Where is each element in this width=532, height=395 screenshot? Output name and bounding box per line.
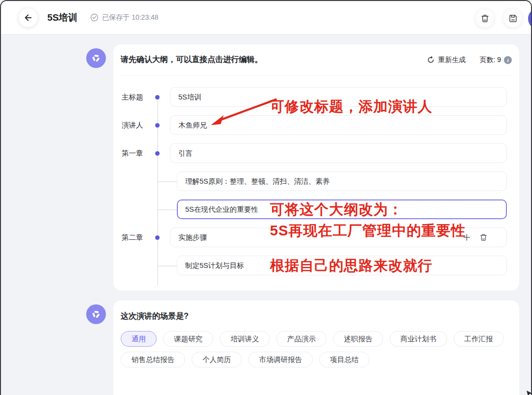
scene-option-work-report[interactable]: 述职报告	[333, 331, 383, 347]
scene-option-product-demo[interactable]: 产品演示	[276, 331, 327, 347]
back-button[interactable]	[19, 8, 37, 27]
scene-option-general[interactable]: 通用	[121, 331, 157, 347]
page-count: 页数: 9 i	[479, 56, 512, 65]
speaker-input[interactable]	[170, 115, 507, 135]
scene-option-job-report[interactable]: 工作汇报	[454, 331, 504, 347]
trash-icon	[480, 14, 490, 23]
outline-row-chapter1: 第一章	[122, 143, 507, 163]
chapter1-title-input[interactable]	[170, 143, 507, 163]
row-label: 第一章	[122, 149, 155, 158]
chapter2-title-input[interactable]	[170, 228, 507, 247]
save-status-text: 已保存于 10:23:48	[102, 13, 158, 22]
outline-row-main-title: 主标题	[122, 87, 507, 107]
outline-card: 请先确认大纲，可以直接点击进行编辑。 重新生成 页数: 9 i	[113, 44, 519, 291]
regenerate-button[interactable]: 重新生成	[427, 56, 466, 65]
user-avatar[interactable]	[528, 8, 532, 30]
main-content: 请先确认大纲，可以直接点击进行编辑。 重新生成 页数: 9 i	[1, 34, 531, 395]
scene-option-market-research[interactable]: 市场调研报告	[248, 352, 313, 367]
add-row-button[interactable]	[463, 233, 471, 242]
plus-icon	[463, 233, 471, 242]
scene-card: 这次演讲的场景是? 通用 课题研究 培训讲义 产品演示 述职报告 商业计划书 工…	[113, 300, 519, 395]
bullet-dot-icon	[155, 95, 160, 99]
trash-icon	[479, 233, 488, 242]
scene-option-project-summary[interactable]: 项目总结	[319, 352, 369, 367]
outline-instruction: 请先确认大纲，可以直接点击进行编辑。	[121, 55, 263, 65]
chapter1-sub2-input[interactable]	[177, 199, 507, 219]
check-circle-icon	[90, 13, 99, 22]
topbar: 5S培训 已保存于 10:23:48	[1, 1, 531, 34]
outline-row-chapter2-sub1	[122, 256, 507, 275]
scene-option-business-plan[interactable]: 商业计划书	[390, 331, 447, 347]
bullet-dot-icon	[155, 235, 160, 240]
bullet-dot-icon	[155, 151, 160, 156]
scene-option-sales-summary[interactable]: 销售总结报告	[121, 352, 185, 367]
regenerate-label: 重新生成	[438, 56, 466, 65]
row-label: 第二章	[122, 233, 155, 242]
save-document-button[interactable]	[503, 9, 522, 28]
refresh-icon	[427, 56, 434, 64]
outline-row-chapter1-sub2	[122, 199, 507, 219]
chapter1-sub1-input[interactable]	[177, 171, 507, 191]
scene-option-research[interactable]: 课题研究	[163, 331, 213, 347]
scene-option-resume[interactable]: 个人简历	[192, 352, 242, 367]
row-label: 演讲人	[122, 121, 155, 130]
main-title-input[interactable]	[170, 87, 507, 107]
outline-row-speaker: 演讲人	[122, 115, 507, 135]
chapter2-sub1-input[interactable]	[177, 256, 507, 275]
scene-options: 通用 课题研究 培训讲义 产品演示 述职报告 商业计划书 工作汇报 销售总结报告…	[121, 331, 507, 367]
outline-row-chapter1-sub1	[122, 171, 507, 191]
bot-logo-icon	[86, 48, 106, 68]
row-label: 主标题	[122, 93, 155, 102]
scene-option-training[interactable]: 培训讲义	[220, 331, 270, 347]
save-status: 已保存于 10:23:48	[90, 13, 158, 22]
outline-row-chapter2: 第二章	[122, 228, 507, 247]
arrow-left-icon	[23, 13, 33, 23]
document-title: 5S培训	[47, 11, 77, 24]
page-count-label: 页数: 9	[479, 56, 501, 65]
mouse-cursor	[526, 391, 532, 395]
floppy-disk-icon	[508, 14, 518, 23]
outline-rows: 主标题 演讲人 第一章	[113, 76, 519, 275]
outline-card-header: 请先确认大纲，可以直接点击进行编辑。 重新生成 页数: 9 i	[121, 44, 512, 76]
info-icon[interactable]: i	[504, 56, 512, 64]
scene-question: 这次演讲的场景是?	[121, 311, 507, 322]
app-window: 5S培训 已保存于 10:23:48	[0, 0, 532, 395]
delete-document-button[interactable]	[475, 9, 494, 28]
delete-row-button[interactable]	[479, 233, 488, 242]
bot-logo-icon	[86, 304, 106, 324]
bullet-dot-icon	[155, 123, 160, 128]
